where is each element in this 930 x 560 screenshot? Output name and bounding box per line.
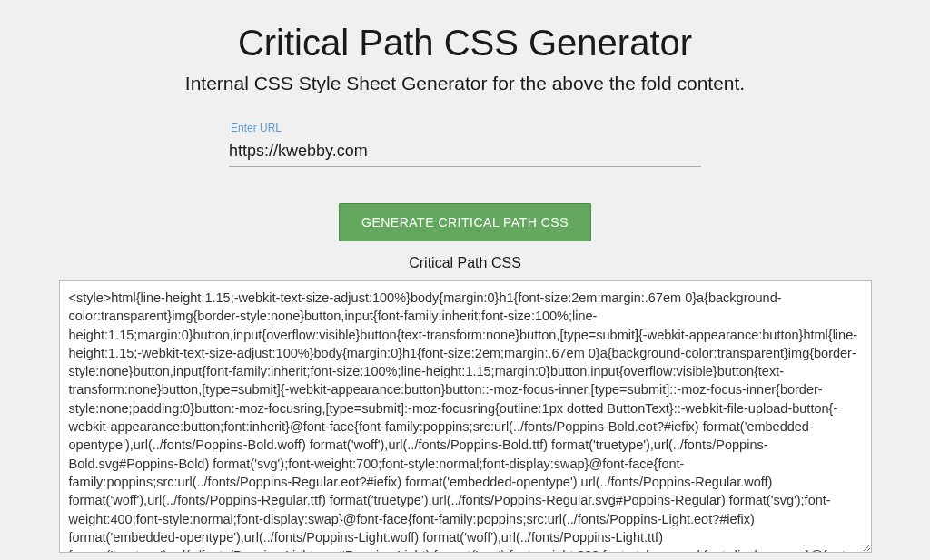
url-input[interactable] bbox=[229, 140, 701, 167]
main-container: Critical Path CSS Generator Internal CSS… bbox=[0, 0, 930, 553]
page-title: Critical Path CSS Generator bbox=[0, 23, 930, 64]
page-subtitle: Internal CSS Style Sheet Generator for t… bbox=[0, 73, 930, 94]
generate-button[interactable]: GENERATE CRITICAL PATH CSS bbox=[339, 203, 591, 241]
output-label: Critical Path CSS bbox=[0, 255, 930, 271]
output-textarea[interactable] bbox=[59, 280, 872, 553]
url-input-label: Enter URL bbox=[229, 122, 701, 134]
url-input-section: Enter URL bbox=[229, 122, 701, 167]
